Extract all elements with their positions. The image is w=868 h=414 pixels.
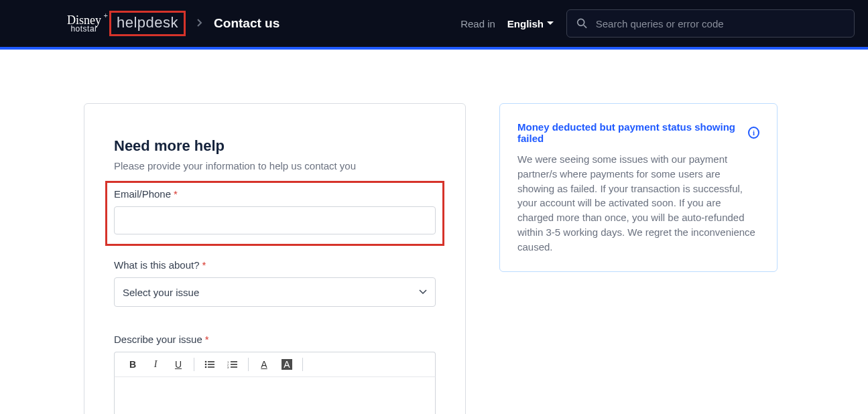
number-list-button[interactable]: 123 [221,356,244,373]
svg-rect-11 [231,364,237,365]
logo-block: Disney + hotstar helpdesk Contact us [67,11,280,36]
about-label: What is this about?* [114,259,436,271]
language-select[interactable]: English [507,18,554,29]
read-in-label: Read in [460,18,495,29]
notice-body: We were seeing some issues with our paym… [517,152,759,254]
chevron-down-icon [419,289,427,295]
underline-button[interactable]: U [167,356,190,373]
svg-point-4 [205,364,207,366]
main: Need more help Please provide your infor… [0,50,868,414]
required-mark: * [205,334,209,345]
bold-button[interactable]: B [121,356,144,373]
form-subtitle: Please provide your information to help … [114,160,436,171]
helpdesk-link[interactable]: helpdesk [109,11,186,36]
notice-header: Money deducted but payment status showin… [517,121,759,144]
brand-logo[interactable]: Disney + hotstar [67,14,101,33]
language-value: English [507,18,544,29]
describe-label: Describe your issue* [114,334,436,345]
svg-point-6 [205,366,207,368]
search-box[interactable] [566,9,855,38]
chevron-down-icon [546,21,554,26]
about-field: What is this about?* Select your issue [114,259,436,307]
header: Disney + hotstar helpdesk Contact us Rea… [0,0,868,50]
svg-rect-7 [208,366,214,368]
issue-select-value: Select your issue [123,287,199,298]
notice-card: Money deducted but payment status showin… [499,103,778,272]
svg-rect-13 [231,366,237,368]
issue-select[interactable]: Select your issue [114,277,436,307]
font-color-button[interactable]: A [253,356,275,373]
svg-rect-5 [208,364,214,365]
svg-point-2 [205,361,207,363]
page-title: Contact us [214,16,280,31]
svg-rect-3 [208,361,214,362]
svg-text:3: 3 [227,366,229,369]
separator [194,358,194,371]
email-field-highlight: Email/Phone* [105,181,444,246]
search-icon [576,17,588,29]
svg-rect-9 [231,361,237,362]
bullet-list-button[interactable] [198,356,221,373]
notice-title[interactable]: Money deducted but payment status showin… [517,121,743,144]
editor-toolbar: B I U 123 A A [114,352,436,377]
separator [248,358,249,371]
bg-color-button[interactable]: A [275,356,298,373]
contact-form: Need more help Please provide your infor… [84,103,466,414]
brand-plus: + [104,12,108,19]
chevron-right-icon [196,17,203,29]
issue-description-input[interactable] [114,377,436,414]
italic-button[interactable]: I [144,356,167,373]
brand-top: Disney [67,14,101,26]
header-right: Read in English [460,9,855,38]
search-input[interactable] [596,18,845,29]
describe-field: Describe your issue* B I U 123 A A [114,334,436,414]
svg-point-0 [578,19,584,25]
svg-line-1 [584,25,586,28]
email-phone-input[interactable] [114,206,436,234]
info-icon: i [748,127,759,139]
separator [302,358,303,371]
required-mark: * [174,188,178,200]
email-label: Email/Phone* [114,188,436,200]
required-mark: * [202,259,206,271]
form-title: Need more help [114,137,436,155]
